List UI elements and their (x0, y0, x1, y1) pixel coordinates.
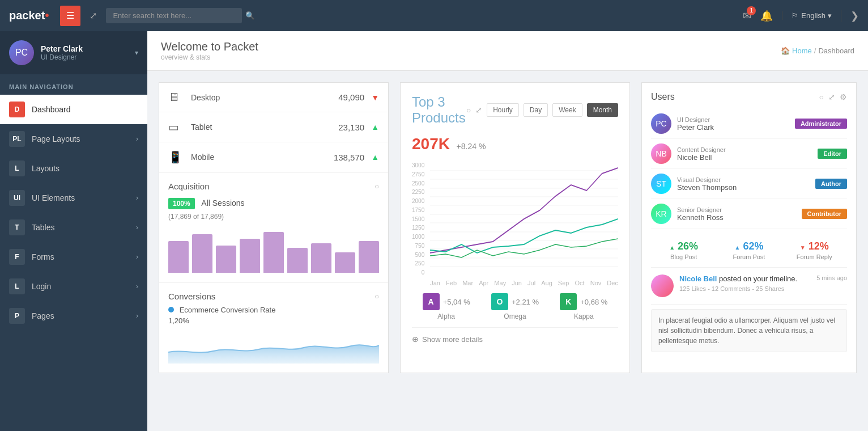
period-btn-day[interactable]: Day (524, 103, 548, 117)
acq-bar-5 (263, 232, 284, 273)
sidebar-item-layouts[interactable]: L Layouts (0, 154, 147, 183)
period-btn-week[interactable]: Week (552, 103, 582, 117)
bell-icon-wrap[interactable]: 🔔 (760, 10, 773, 22)
sidebar-item-ui-elements[interactable]: UI UI Elements › (0, 183, 147, 213)
breadcrumb: 🏠 Home / Dashboard (781, 47, 854, 55)
acq-bar-8 (335, 252, 355, 273)
sidebar-toggle[interactable]: ❯ (841, 10, 859, 22)
stat-blog-post-val: ▲ 26% (651, 240, 716, 252)
chart-x-labels: JanFebMarAprMayJunJulAugSepOctNovDec (430, 280, 618, 286)
up-arrow-icon-2: ▲ (735, 244, 741, 251)
products-title: Top 3 Products (412, 94, 466, 126)
stat-forum-reply: ▼ 12% Forum Reply (782, 240, 847, 260)
chart-area: JanFebMarAprMayJunJulAugSepOctNovDec (430, 162, 618, 286)
period-btn-month[interactable]: Month (587, 103, 618, 117)
users-card: Users ○ ⤢ ⚙ PC UI Designer Peter Clark A… (641, 82, 857, 373)
product-item-alpha: A +5,04 % Alpha (423, 293, 470, 320)
sidebar: PC Peter Clark UI Designer ▾ MAIN NAVIGA… (0, 31, 147, 431)
users-circle-btn[interactable]: ○ (819, 92, 824, 102)
sidebar-user-info: Peter Clark UI Designer (41, 44, 128, 61)
sidebar-item-dashboard[interactable]: D Dashboard (0, 95, 147, 124)
sidebar-item-forms[interactable]: F Forms › (0, 242, 147, 272)
chevron-right-icon-6: › (136, 312, 138, 320)
conversions-card: Conversions ○ Ecommerce Conversion Rate … (159, 282, 389, 373)
search-input[interactable] (106, 8, 242, 23)
notif-meta: 125 Likes - 12 Comments - 25 Shares (679, 285, 847, 292)
device-name-desktop: Desktop (191, 93, 338, 102)
sidebar-item-label-dashboard: Dashboard (32, 105, 138, 114)
mail-icon-wrap[interactable]: ✉ 1 (743, 10, 751, 22)
period-btn-hourly[interactable]: Hourly (487, 103, 519, 117)
product-icon-alpha: A (423, 293, 440, 310)
acq-bar-6 (287, 248, 308, 273)
expand-button[interactable]: ⤢ (90, 10, 97, 21)
products-circle-btn[interactable]: ○ (466, 105, 471, 115)
user-role-steven: Visual Designer (677, 176, 810, 183)
acq-bar-3 (216, 246, 236, 273)
conversions-value: 1,20% (168, 316, 379, 325)
product-pct-omega: +2,21 % (512, 298, 539, 306)
device-row-mobile: 📱 Mobile 138,570 ▲ (159, 142, 388, 172)
sidebar-item-icon-login: L (9, 278, 25, 294)
products-items: A +5,04 % Alpha O +2,21 % Omega (412, 293, 618, 320)
conversions-chart (168, 329, 379, 364)
sidebar-nav-label: MAIN NAVIGATION (0, 74, 147, 95)
notif-avatar (651, 274, 674, 297)
acquisition-options-icon[interactable]: ○ (375, 182, 379, 191)
device-name-tablet: Tablet (191, 122, 338, 132)
users-expand-btn[interactable]: ⤢ (828, 92, 835, 102)
topnav-icons: ✉ 1 🔔 🏳 English ▾ ❯ (743, 10, 859, 22)
show-more-label: Show more details (422, 335, 483, 344)
language-selector[interactable]: 🏳 English ▾ (782, 11, 832, 20)
notif-time: 5 mins ago (816, 274, 847, 283)
content-header: Welcome to Packet overview & stats 🏠 Hom… (147, 31, 868, 71)
sidebar-item-pages[interactable]: P Pages › (0, 301, 147, 331)
users-gear-btn[interactable]: ⚙ (840, 92, 847, 102)
sidebar-item-label-ui-elements: UI Elements (32, 193, 129, 202)
user-info-kenneth: Senior Designer Kenneth Ross (677, 206, 796, 222)
product-item-kappa: K +0,68 % Kappa (560, 293, 607, 320)
search-button[interactable]: 🔍 (245, 11, 255, 20)
sidebar-item-tables[interactable]: T Tables › (0, 213, 147, 242)
sidebar-item-page-layouts[interactable]: PL Page Layouts › (0, 124, 147, 154)
user-avatar-nicole: NB (651, 143, 671, 164)
device-trend-tablet: ▲ (371, 122, 379, 132)
acq-bar-9 (359, 241, 379, 273)
show-more-button[interactable]: ⊕ Show more details (412, 327, 618, 344)
stat-blog-post-label: Blog Post (651, 253, 716, 260)
user-row-nicole: NB Content Designer Nicole Bell Editor (651, 139, 847, 169)
bell-icon: 🔔 (760, 10, 773, 22)
language-label: English (801, 11, 826, 20)
sidebar-item-login[interactable]: L Login › (0, 272, 147, 301)
notification-item: Nicole Bell posted on your timeline. 5 m… (651, 268, 847, 305)
sidebar-item-label-tables: Tables (32, 223, 129, 232)
sidebar-user[interactable]: PC Peter Clark UI Designer ▾ (0, 31, 147, 74)
avatar-image: PC (9, 40, 34, 65)
device-trend-desktop: ▼ (371, 93, 379, 102)
device-name-mobile: Mobile (191, 153, 334, 162)
topnav: packet• ☰ ⤢ 🔍 ✉ 1 🔔 🏳 English ▾ ❯ (0, 0, 868, 31)
user-name-peter: Peter Clark (677, 123, 789, 132)
acq-bar-4 (240, 239, 260, 273)
acquisition-bars (168, 227, 379, 273)
breadcrumb-separator: / (814, 47, 816, 55)
acquisition-card: Acquisition ○ 100% All Sessions (17,869 … (159, 172, 389, 282)
breadcrumb-home[interactable]: Home (792, 47, 812, 55)
content-body: 🖥 Desktop 49,090 ▼ ▭ Tablet 23,130 ▲ 📱 M… (147, 71, 868, 384)
conversions-options-icon[interactable]: ○ (375, 292, 379, 301)
hamburger-button[interactable]: ☰ (60, 6, 80, 26)
acquisition-sub: (17,869 of 17,869) (168, 213, 379, 221)
user-role-kenneth: Senior Designer (677, 206, 796, 213)
user-badge-peter: Administrator (795, 119, 847, 129)
stat-forum-reply-val: ▼ 12% (782, 240, 847, 252)
conv-dot (168, 307, 174, 312)
user-name-steven: Steven Thompson (677, 183, 810, 192)
product-icon-kappa: K (560, 293, 577, 310)
user-info-steven: Visual Designer Steven Thompson (677, 176, 810, 192)
product-name-kappa: Kappa (574, 312, 594, 320)
user-avatar-steven: ST (651, 174, 671, 194)
products-stat: 207K +8.24 % (412, 135, 618, 153)
products-expand-btn[interactable]: ⤢ (475, 105, 482, 115)
device-value-tablet: 23,130 (338, 122, 364, 132)
stat-forum-post-val: ▲ 62% (716, 240, 781, 252)
